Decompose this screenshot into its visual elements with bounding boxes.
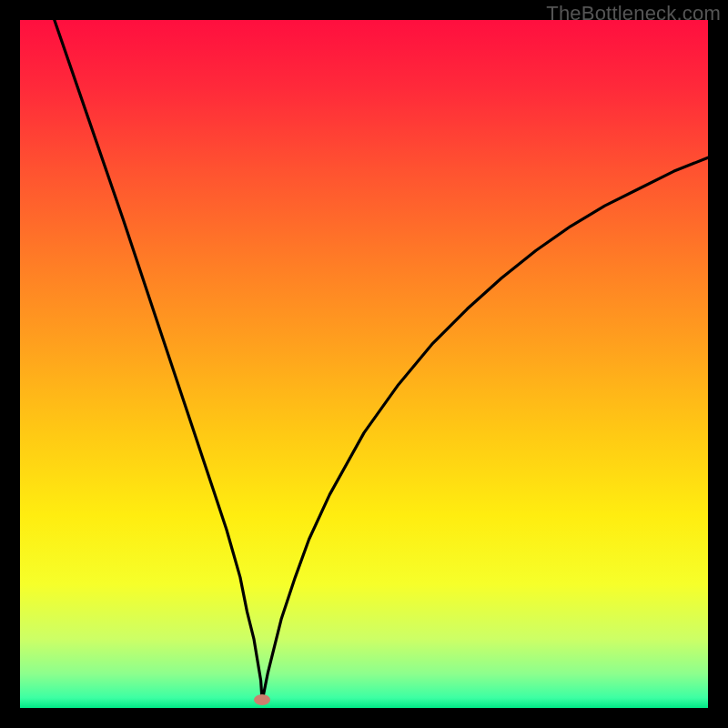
- chart-frame: [20, 20, 708, 708]
- minimum-marker: [254, 694, 270, 705]
- gradient-background: [20, 20, 708, 708]
- bottleneck-chart: [20, 20, 708, 708]
